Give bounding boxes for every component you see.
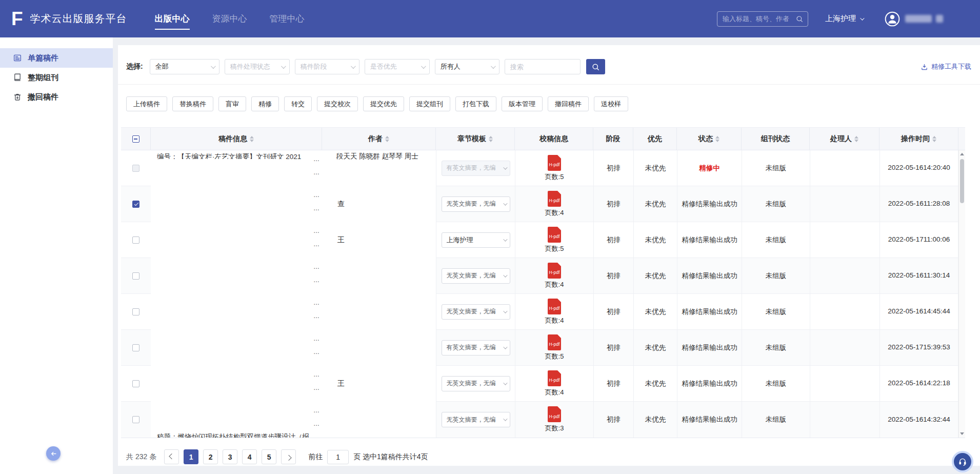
keyword-input[interactable] (505, 59, 581, 74)
redacted-badge (936, 15, 943, 23)
pdf-file-icon[interactable]: H-pdf (548, 227, 561, 243)
cell-chapter-template: 无英文摘要，无编 (436, 402, 515, 438)
proof-info: H-pdf页数:5 (545, 227, 564, 253)
scrollbar-thumb[interactable] (960, 159, 964, 203)
header-cell: 校稿信息 (515, 128, 593, 150)
sort-caret[interactable] (385, 136, 389, 142)
sort-caret[interactable] (250, 136, 254, 142)
org-name: 上海护理 (825, 14, 856, 24)
next-page-button[interactable] (281, 449, 296, 464)
tool-download-link[interactable]: 精修工具下载 (921, 62, 971, 71)
filter-select[interactable]: 稿件阶段 (295, 59, 359, 74)
action-button[interactable]: 上传稿件 (126, 96, 167, 111)
chapter-template-select[interactable]: 无英文摘要，无编 (442, 268, 510, 284)
page-button-4[interactable]: 4 (242, 449, 257, 464)
filter-select[interactable]: 全部 (150, 59, 219, 74)
pdf-file-icon[interactable]: H-pdf (548, 263, 561, 279)
goto-page-input[interactable] (327, 450, 349, 464)
table-scrollbar[interactable] (958, 150, 965, 438)
sidebar-item[interactable]: 撤回稿件 (0, 87, 113, 107)
pdf-file-icon[interactable]: H-pdf (548, 155, 561, 171)
header-cell: 作者 (322, 128, 436, 150)
cell-author: 段天天 陈晓群 赵琴琴 周士 (322, 150, 436, 186)
cell-handler (810, 150, 879, 186)
redacted-info-text: 稿题：燃烧炉闪现拓扑结构型双烟道步骤设计（报 (157, 433, 312, 438)
filter-select-value: 稿件处理状态 (230, 62, 278, 71)
nav-menu-item[interactable]: 管理中心 (270, 0, 305, 37)
action-button[interactable]: 盲审 (218, 96, 246, 111)
filter-select[interactable]: 稿件处理状态 (225, 59, 290, 74)
sidebar-item[interactable]: 整期组刊 (0, 68, 113, 87)
support-button[interactable] (952, 451, 973, 472)
pdf-file-icon[interactable]: H-pdf (548, 299, 561, 314)
pdf-file-icon[interactable]: H-pdf (548, 406, 561, 422)
cell-checkbox (121, 366, 151, 402)
row-checkbox[interactable] (132, 201, 139, 208)
page-button-1[interactable]: 1 (184, 449, 198, 464)
cell-handler (810, 258, 879, 294)
row-checkbox[interactable] (132, 344, 139, 351)
nav-menu-item[interactable]: 出版中心 (155, 0, 190, 37)
chapter-template-select[interactable]: 无英文摘要，无编 (442, 412, 510, 427)
action-button[interactable]: 提交优先 (363, 96, 404, 111)
cell-time: 2022-05-1614:45:44 (879, 294, 958, 330)
action-button[interactable]: 替换稿件 (172, 96, 213, 111)
pdf-file-icon[interactable]: H-pdf (548, 370, 561, 386)
pdf-file-icon[interactable]: H-pdf (548, 191, 561, 207)
global-search[interactable] (717, 11, 808, 27)
action-button[interactable]: 转交 (284, 96, 312, 111)
row-checkbox[interactable] (132, 272, 139, 280)
header-label: 稿件信息 (218, 134, 247, 144)
cell-time: 2022-05-1611:28:08 (879, 186, 958, 222)
chapter-template-select[interactable]: 上海护理 (442, 232, 510, 248)
filter-select[interactable]: 是否优先 (365, 59, 430, 74)
select-all-checkbox[interactable] (132, 135, 139, 143)
chapter-template-select[interactable]: 无英文摘要，无编 (442, 304, 510, 320)
search-button[interactable] (586, 59, 605, 74)
global-search-input[interactable] (723, 15, 795, 23)
row-checkbox[interactable] (132, 308, 139, 315)
page-button-5[interactable]: 5 (262, 449, 276, 464)
avatar[interactable] (885, 11, 900, 27)
row-checkbox[interactable] (132, 380, 139, 387)
sort-caret[interactable] (854, 136, 858, 142)
row-checkbox[interactable] (132, 165, 139, 172)
action-button[interactable]: 打包下载 (455, 96, 496, 111)
journal-icon (13, 73, 22, 82)
org-selector[interactable]: 上海护理 (825, 14, 863, 24)
chapter-template-select[interactable]: 有英文摘要，无编 (442, 340, 510, 356)
ellipsis-mark: … (313, 299, 320, 306)
action-button[interactable]: 送校样 (594, 96, 628, 111)
cell-group-status: 未组版 (742, 222, 810, 258)
back-button[interactable] (46, 446, 61, 461)
header-cell (121, 128, 151, 150)
scroll-up-arrow-icon[interactable] (960, 153, 964, 155)
filter-select-value: 稿件阶段 (301, 62, 348, 71)
nav-menu-item[interactable]: 资源中心 (212, 0, 247, 37)
pdf-file-icon[interactable]: H-pdf (548, 334, 561, 350)
chapter-template-select[interactable]: 无英文摘要，无编 (442, 376, 510, 391)
action-button[interactable]: 版本管理 (502, 96, 543, 111)
cell-handler (810, 330, 879, 366)
cell-author (322, 330, 436, 366)
sidebar-item[interactable]: 单篇稿件 (0, 48, 113, 68)
chapter-template-select[interactable]: 无英文摘要，无编 (442, 196, 510, 212)
brand-logo: F (11, 9, 23, 28)
cell-group-status: 未组版 (742, 258, 810, 294)
row-checkbox[interactable] (132, 236, 139, 244)
action-button[interactable]: 撤回稿件 (548, 96, 589, 111)
page-button-3[interactable]: 3 (223, 449, 237, 464)
cell-time: 2022-05-1614:20:40 (879, 150, 958, 186)
page-button-2[interactable]: 2 (203, 449, 218, 464)
header-filler (958, 128, 965, 150)
sort-caret[interactable] (489, 136, 493, 142)
action-button[interactable]: 提交组刊 (409, 96, 450, 111)
filter-select[interactable]: 所有人 (435, 59, 499, 74)
sort-caret[interactable] (715, 136, 719, 142)
row-checkbox[interactable] (132, 416, 139, 423)
scroll-down-arrow-icon[interactable] (960, 432, 964, 435)
action-button[interactable]: 精修 (251, 96, 279, 111)
action-button[interactable]: 提交校次 (317, 96, 358, 111)
sort-caret[interactable] (932, 136, 936, 142)
prev-page-button[interactable] (164, 449, 179, 464)
